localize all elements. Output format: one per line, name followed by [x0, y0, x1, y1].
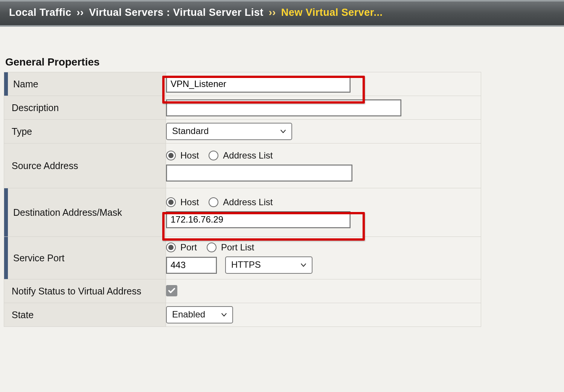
- dest-list-radio[interactable]: [209, 197, 218, 207]
- label-source-address: Source Address: [4, 143, 166, 188]
- label-description: Description: [4, 96, 166, 119]
- type-select[interactable]: Standard: [166, 123, 292, 140]
- source-list-radio-label: Address List: [223, 150, 273, 161]
- label-state: State: [4, 303, 166, 326]
- port-list-radio-label: Port List: [221, 242, 254, 253]
- highlight-name: [166, 79, 351, 89]
- breadcrumb-separator-icon: ››: [77, 7, 84, 18]
- type-select-value: Standard: [172, 126, 209, 136]
- source-address-input[interactable]: [166, 165, 352, 182]
- name-input[interactable]: [166, 76, 351, 93]
- highlight-destination: [166, 214, 351, 224]
- label-notify-status: Notify Status to Virtual Address: [4, 279, 166, 303]
- destination-address-input[interactable]: [166, 211, 351, 228]
- label-destination-address: Destination Address/Mask: [4, 188, 166, 236]
- chevron-down-icon: [300, 261, 307, 269]
- dest-list-radio-label: Address List: [223, 197, 273, 207]
- breadcrumb-group[interactable]: Virtual Servers : Virtual Server List: [89, 7, 264, 18]
- properties-table: Name Description Type: [4, 72, 481, 327]
- breadcrumb: Local Traffic ›› Virtual Servers : Virtu…: [0, 2, 564, 25]
- breadcrumb-bar: Local Traffic ›› Virtual Servers : Virtu…: [0, 0, 564, 27]
- source-host-radio[interactable]: [166, 151, 176, 160]
- dest-host-radio[interactable]: [166, 197, 176, 207]
- breadcrumb-separator-icon: ››: [269, 7, 276, 18]
- port-list-radio[interactable]: [207, 243, 216, 252]
- label-name: Name: [4, 72, 166, 96]
- label-service-port: Service Port: [4, 237, 166, 279]
- source-host-radio-label: Host: [180, 150, 199, 161]
- chevron-down-icon: [220, 311, 228, 319]
- breadcrumb-current: New Virtual Server...: [281, 7, 383, 18]
- port-radio-label: Port: [180, 242, 197, 253]
- dest-host-radio-label: Host: [180, 197, 199, 207]
- section-title-general-properties: General Properties: [5, 56, 560, 68]
- port-radio[interactable]: [166, 243, 176, 252]
- service-port-protocol-value: HTTPS: [231, 259, 261, 270]
- description-input[interactable]: [166, 99, 401, 116]
- state-select[interactable]: Enabled: [166, 306, 233, 323]
- breadcrumb-section[interactable]: Local Traffic: [9, 7, 72, 18]
- source-list-radio[interactable]: [209, 151, 218, 160]
- label-type: Type: [4, 120, 166, 143]
- service-port-protocol-select[interactable]: HTTPS: [225, 256, 312, 274]
- notify-status-checkbox[interactable]: [166, 285, 177, 296]
- service-port-input[interactable]: [166, 257, 217, 274]
- chevron-down-icon: [279, 128, 287, 135]
- state-select-value: Enabled: [172, 309, 205, 320]
